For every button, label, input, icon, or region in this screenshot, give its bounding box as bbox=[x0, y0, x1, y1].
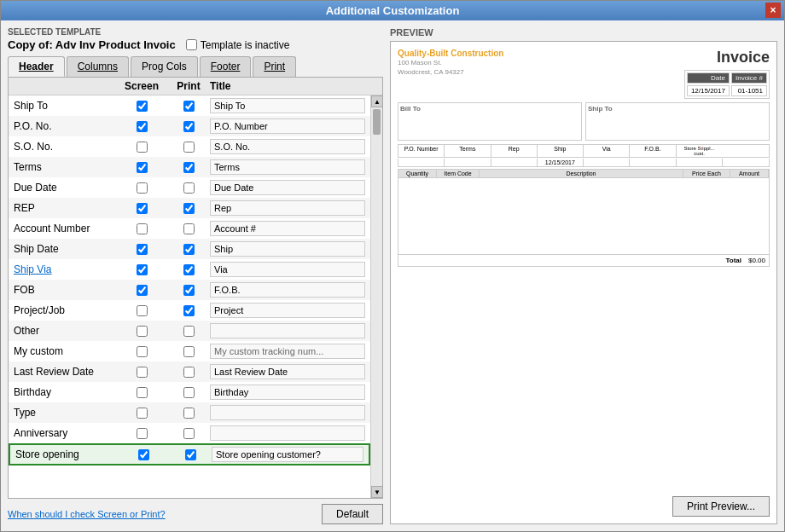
row-ship-via: Ship Via bbox=[9, 259, 370, 280]
field-label-terms: Terms bbox=[14, 161, 116, 173]
tab-columns[interactable]: Columns bbox=[67, 56, 129, 77]
print-checkbox-type[interactable] bbox=[183, 408, 195, 419]
screen-checkbox-fob[interactable] bbox=[137, 285, 148, 296]
title-input-due-date[interactable] bbox=[210, 180, 365, 195]
total-value: $0.00 bbox=[748, 257, 765, 264]
screen-checkbox-ship-to[interactable] bbox=[137, 101, 148, 112]
title-input-ship-to[interactable] bbox=[210, 98, 365, 113]
screen-checkbox-birthday[interactable] bbox=[137, 387, 148, 398]
print-checkbox-project-job[interactable] bbox=[183, 305, 195, 316]
screen-checkbox-my-custom[interactable] bbox=[137, 346, 148, 357]
scroll-track bbox=[371, 107, 382, 486]
field-po-header: P.O. Number bbox=[398, 145, 445, 157]
screen-checkbox-project-job[interactable] bbox=[137, 305, 148, 316]
print-checkbox-anniversary[interactable] bbox=[183, 428, 195, 439]
li-quantity-header: Quantity bbox=[398, 170, 437, 177]
print-checkbox-so-no[interactable] bbox=[183, 142, 195, 153]
inactive-row: Template is inactive bbox=[186, 39, 290, 51]
dialog-title: Additional Customization bbox=[326, 4, 460, 17]
print-checkbox-fob[interactable] bbox=[183, 285, 195, 296]
field-store-header: Store Stippl... cust. bbox=[677, 145, 723, 157]
tab-header[interactable]: Header bbox=[8, 56, 65, 77]
title-input-other[interactable] bbox=[210, 323, 365, 338]
title-input-my-custom[interactable] bbox=[210, 344, 365, 359]
default-button[interactable]: Default bbox=[322, 504, 383, 524]
row-store-opening: Store opening bbox=[9, 443, 370, 466]
title-input-fob[interactable] bbox=[210, 282, 365, 298]
field-label-my-custom: My custom bbox=[14, 345, 116, 357]
screen-checkbox-account-number[interactable] bbox=[137, 223, 148, 234]
li-price-header: Price Each bbox=[683, 170, 730, 177]
print-checkbox-ship-to[interactable] bbox=[183, 101, 195, 112]
inactive-checkbox[interactable] bbox=[186, 39, 197, 50]
screen-checkbox-due-date[interactable] bbox=[137, 182, 148, 194]
scroll-up-arrow[interactable]: ▲ bbox=[371, 95, 382, 107]
tab-prog-cols[interactable]: Prog Cols bbox=[131, 56, 198, 77]
print-checkbox-ship-via[interactable] bbox=[183, 264, 195, 275]
title-input-rep[interactable] bbox=[210, 200, 365, 216]
row-last-review-date: Last Review Date bbox=[9, 361, 370, 382]
title-input-ship-via[interactable] bbox=[210, 262, 365, 277]
print-checkbox-store-opening[interactable] bbox=[185, 449, 196, 460]
print-checkbox-ship-date[interactable] bbox=[183, 244, 195, 255]
screen-checkbox-other[interactable] bbox=[137, 326, 148, 337]
print-checkbox-account-number[interactable] bbox=[183, 223, 195, 234]
title-input-store-opening[interactable] bbox=[212, 447, 363, 462]
print-checkbox-birthday[interactable] bbox=[183, 387, 195, 398]
field-rep-value bbox=[491, 159, 538, 166]
help-link[interactable]: When should I check Screen or Print? bbox=[8, 509, 166, 519]
screen-checkbox-anniversary[interactable] bbox=[137, 428, 148, 439]
title-input-type[interactable] bbox=[210, 405, 365, 420]
scroll-container[interactable]: Ship To P.O. No. bbox=[9, 95, 370, 498]
tab-print[interactable]: Print bbox=[253, 56, 296, 77]
scrollbar[interactable]: ▲ ▼ bbox=[370, 95, 382, 498]
table-header: Screen Print Title bbox=[9, 78, 382, 95]
field-label-fob: FOB bbox=[14, 284, 116, 296]
field-ship-header: Ship bbox=[538, 145, 584, 157]
title-input-project-job[interactable] bbox=[210, 303, 365, 318]
invoice-header: Quality-Built Construction 100 Mason St.… bbox=[398, 49, 770, 99]
print-checkbox-other[interactable] bbox=[183, 326, 195, 337]
field-via-header: Via bbox=[584, 145, 630, 157]
tab-footer[interactable]: Footer bbox=[200, 56, 252, 77]
field-store-value bbox=[677, 159, 723, 166]
li-item-code-header: Item Code bbox=[437, 170, 480, 177]
address-boxes: Bill To Ship To bbox=[398, 102, 770, 141]
title-input-anniversary[interactable] bbox=[210, 425, 365, 441]
field-label-store-opening: Store opening bbox=[15, 448, 118, 460]
total-label: Total bbox=[725, 257, 741, 264]
screen-checkbox-last-review-date[interactable] bbox=[137, 367, 148, 378]
print-checkbox-my-custom[interactable] bbox=[183, 346, 195, 357]
scroll-down-arrow[interactable]: ▼ bbox=[371, 486, 382, 498]
title-input-account-number[interactable] bbox=[210, 221, 365, 236]
field-label-anniversary: Anniversary bbox=[14, 427, 116, 439]
print-checkbox-po-no[interactable] bbox=[183, 121, 195, 132]
title-input-ship-date[interactable] bbox=[210, 241, 365, 257]
title-input-so-no[interactable] bbox=[210, 139, 365, 154]
screen-checkbox-so-no[interactable] bbox=[137, 142, 148, 153]
field-label-type: Type bbox=[14, 407, 116, 419]
screen-checkbox-type[interactable] bbox=[137, 408, 148, 419]
print-checkbox-rep[interactable] bbox=[183, 203, 195, 214]
screen-checkbox-store-opening[interactable] bbox=[138, 449, 149, 460]
title-input-last-review-date[interactable] bbox=[210, 364, 365, 379]
bottom-row: When should I check Screen or Print? Def… bbox=[8, 504, 383, 524]
row-fob: FOB bbox=[9, 280, 370, 300]
close-button[interactable]: × bbox=[765, 3, 781, 18]
scroll-thumb[interactable] bbox=[373, 109, 381, 135]
company-name: Quality-Built Construction bbox=[398, 49, 503, 58]
print-preview-button[interactable]: Print Preview... bbox=[672, 496, 770, 517]
screen-checkbox-terms[interactable] bbox=[137, 162, 148, 173]
title-input-po-no[interactable] bbox=[210, 119, 365, 134]
print-checkbox-last-review-date[interactable] bbox=[183, 367, 195, 378]
template-row: Copy of: Adv Inv Product Invoic Template… bbox=[8, 38, 383, 51]
title-input-birthday[interactable] bbox=[210, 385, 365, 400]
print-checkbox-terms[interactable] bbox=[183, 162, 195, 173]
screen-checkbox-ship-via[interactable] bbox=[137, 264, 148, 275]
field-label-account-number: Account Number bbox=[14, 223, 116, 234]
screen-checkbox-po-no[interactable] bbox=[137, 121, 148, 132]
title-input-terms[interactable] bbox=[210, 159, 365, 175]
screen-checkbox-rep[interactable] bbox=[137, 203, 148, 214]
print-checkbox-due-date[interactable] bbox=[183, 182, 195, 194]
screen-checkbox-ship-date[interactable] bbox=[137, 244, 148, 255]
